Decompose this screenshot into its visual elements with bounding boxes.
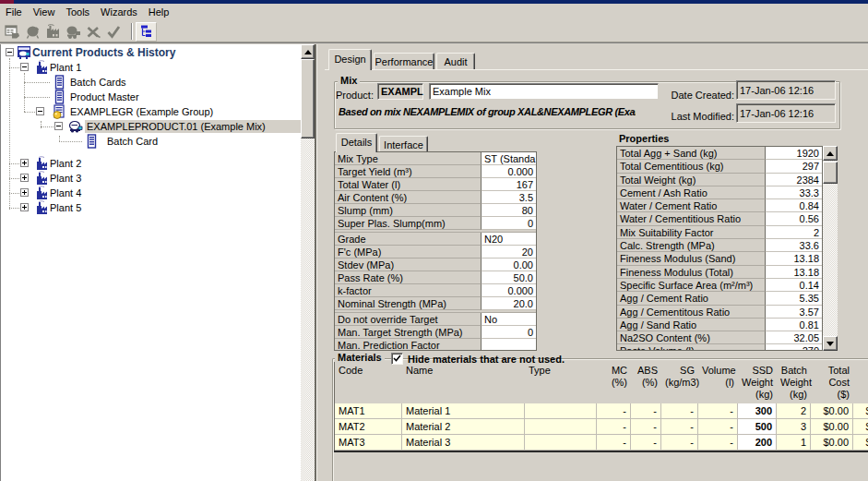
materials-column-header[interactable]: MC (%) [597, 362, 631, 403]
materials-cell[interactable]: - [661, 435, 698, 451]
materials-cell[interactable]: - [661, 419, 698, 435]
menu-file[interactable]: File [0, 5, 28, 20]
tree-collapse-button[interactable] [20, 63, 29, 71]
detail-value[interactable]: 80 [482, 204, 536, 217]
toolbar-button-factory[interactable] [42, 22, 63, 41]
property-value[interactable]: 270 [766, 344, 822, 351]
toolbar-button-mixer-drum[interactable] [22, 22, 42, 41]
property-value[interactable]: 0.56 [766, 212, 822, 225]
properties-scrollbar[interactable] [823, 146, 838, 351]
property-value[interactable]: 1920 [766, 147, 822, 160]
toolbar-button-tree-view[interactable] [136, 22, 157, 42]
tree-scrollbar[interactable] [301, 44, 315, 481]
toolbar-button-delete[interactable] [83, 22, 103, 41]
product-code-field[interactable]: EXAMPL [377, 83, 423, 100]
materials-column-header[interactable]: Total Cost ($) [811, 362, 853, 403]
materials-cell[interactable]: - [631, 403, 661, 419]
detail-value[interactable]: 0 [482, 217, 536, 230]
tree-item-label[interactable]: Plant 1 [48, 61, 83, 74]
detail-value[interactable]: 3.5 [482, 191, 536, 204]
property-value[interactable]: 32.05 [766, 331, 822, 344]
tree-collapse-button[interactable] [54, 122, 63, 130]
properties-scrollbar-thumb[interactable] [823, 162, 838, 184]
materials-cell[interactable]: $0.00 [811, 435, 853, 451]
materials-cell[interactable]: $0.00 [853, 419, 868, 435]
menu-tools[interactable]: Tools [60, 5, 95, 20]
materials-cell[interactable]: - [698, 403, 738, 419]
tab-interface[interactable]: Interface [379, 136, 428, 151]
materials-cell[interactable]: 500 [738, 419, 777, 435]
materials-cell[interactable]: $0.00 [811, 419, 853, 435]
property-value[interactable]: 297 [766, 160, 822, 173]
detail-value[interactable]: 0.000 [482, 284, 536, 297]
tree-expand-button[interactable] [20, 203, 29, 211]
materials-cell[interactable]: 1 [777, 435, 811, 451]
tab-design[interactable]: Design [328, 49, 372, 70]
tab-audit[interactable]: Audit [436, 53, 475, 69]
materials-column-header[interactable] [853, 362, 868, 403]
property-value[interactable]: 33.6 [766, 239, 822, 252]
detail-value[interactable]: 20 [482, 246, 536, 259]
materials-cell[interactable]: Material 2 [402, 419, 525, 435]
tree-item-label[interactable]: Current Products & History [30, 46, 177, 59]
tree-item-label[interactable]: Batch Cards [68, 76, 128, 89]
materials-cell[interactable]: - [597, 419, 631, 435]
properties-scrollbar-down-button[interactable] [823, 336, 838, 351]
detail-value[interactable]: N20 [482, 233, 536, 246]
property-value[interactable]: 13.18 [766, 266, 822, 279]
materials-cell[interactable]: Material 3 [402, 435, 525, 451]
toolbar-button-confirm[interactable] [103, 22, 124, 41]
materials-row[interactable]: MAT2Material 2----5003$0.00$0.00 [335, 419, 868, 435]
materials-cell[interactable] [525, 403, 597, 419]
tree-item-label[interactable]: Plant 5 [48, 201, 83, 214]
tree-collapse-button[interactable] [6, 48, 14, 56]
detail-value[interactable]: 0.00 [482, 259, 536, 271]
detail-value[interactable]: ST (Standa [482, 152, 536, 165]
materials-cell[interactable]: - [631, 419, 661, 435]
materials-cell[interactable]: - [661, 403, 698, 419]
tree-expand-button[interactable] [20, 174, 29, 182]
materials-cell[interactable]: 300 [738, 403, 777, 419]
properties-scrollbar-up-button[interactable] [823, 146, 838, 161]
property-value[interactable]: 2384 [766, 174, 822, 186]
property-value[interactable]: 33.3 [766, 186, 822, 199]
tree-item-label[interactable]: EXAMPLEGR (Example Group) [68, 105, 215, 118]
tree-item-label[interactable]: Plant 3 [48, 172, 83, 185]
materials-cell[interactable]: 2 [777, 403, 811, 419]
materials-cell[interactable]: - [631, 435, 661, 451]
tree-scrollbar-up-button[interactable] [301, 44, 315, 59]
tree-expand-button[interactable] [20, 188, 29, 197]
property-value[interactable]: 13.18 [766, 252, 822, 265]
detail-value[interactable]: No [482, 313, 536, 326]
tree-item-label[interactable]: Plant 2 [48, 157, 83, 170]
tree-scrollbar-thumb[interactable] [301, 59, 315, 138]
detail-value[interactable]: 20.0 [482, 297, 536, 310]
tree-item-label[interactable]: Plant 4 [48, 186, 83, 199]
materials-cell[interactable]: $0.00 [811, 403, 853, 419]
materials-column-header[interactable]: Batch Weight (kg) [777, 362, 811, 403]
tab-details[interactable]: Details [336, 133, 377, 152]
menu-wizards[interactable]: Wizards [95, 5, 143, 20]
materials-column-header[interactable]: SSD Weight (kg) [738, 362, 777, 403]
property-value[interactable]: 2 [766, 226, 822, 239]
materials-cell[interactable]: MAT2 [335, 419, 402, 435]
property-value[interactable]: 5.35 [766, 292, 822, 305]
materials-column-header[interactable]: Code [335, 362, 402, 403]
tab-performance[interactable]: Performance [374, 53, 434, 69]
materials-cell[interactable]: Material 1 [402, 403, 525, 419]
materials-column-header[interactable]: Volume (l) [698, 362, 738, 403]
materials-cell[interactable]: 200 [738, 435, 777, 451]
materials-row[interactable]: MAT1Material 1----3002$0.00$0.00 [335, 403, 868, 419]
tree-item-label[interactable]: Batch Card [105, 135, 160, 148]
detail-value[interactable]: 50.0 [482, 271, 536, 284]
materials-cell[interactable] [525, 419, 597, 435]
materials-column-header[interactable]: Name [402, 362, 525, 403]
materials-column-header[interactable]: Type [525, 362, 597, 403]
menu-view[interactable]: View [28, 5, 61, 20]
property-value[interactable]: 3.57 [766, 306, 822, 319]
materials-cell[interactable]: MAT3 [335, 435, 402, 451]
toolbar-button-truck[interactable] [63, 22, 83, 41]
tree-expand-button[interactable] [20, 159, 29, 167]
detail-value[interactable] [482, 339, 536, 351]
materials-cell[interactable]: $0.00 [853, 403, 868, 419]
